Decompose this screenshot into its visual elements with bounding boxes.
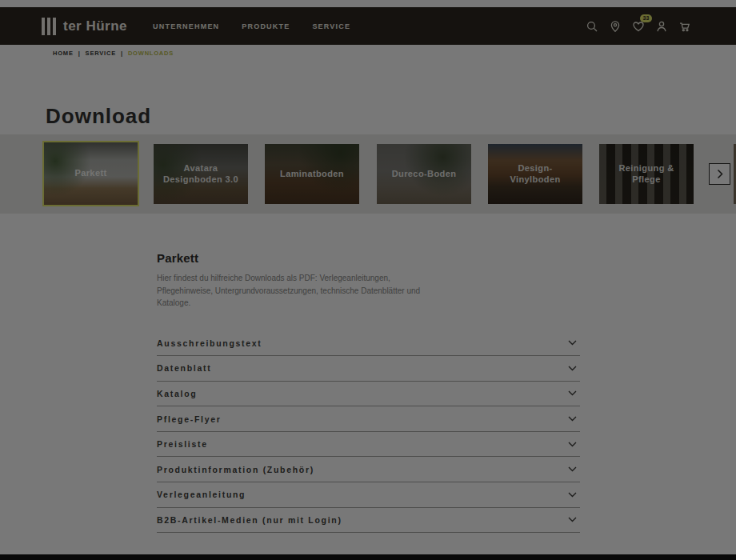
nav-item-produkte[interactable]: PRODUKTE [242,22,290,30]
accordion-item-label: Pflege-Flyer [157,414,222,424]
site-header: ter Hürne UNTERNEHMEN PRODUKTE SERVICE 3… [0,7,736,45]
accordion-item-ausschreibungstext[interactable]: Ausschreibungstext [157,331,580,357]
breadcrumb-service[interactable]: SERVICE [86,50,116,57]
accordion-item-label: Katalog [157,389,197,398]
download-content: Parkett Hier findest du hilfreiche Downl… [157,251,580,533]
breadcrumb: HOME | SERVICE | DOWNLOADS [53,50,174,57]
page-title: Download [46,104,151,129]
accordion-item-produktinformation[interactable]: Produktinformation (Zubehör) [157,457,580,482]
carousel-next-button[interactable] [709,163,730,185]
category-card-dureco-boden[interactable]: Dureco-Boden [377,144,471,204]
chevron-right-icon [717,169,723,179]
chevron-down-icon [568,366,577,371]
accordion-item-label: Ausschreibungstext [157,338,262,348]
category-card-design-vinylboden[interactable]: Design-Vinylboden [488,144,582,204]
nav-item-service[interactable]: SERVICE [312,22,350,30]
main-nav: UNTERNEHMEN PRODUKTE SERVICE [153,22,350,30]
store-locator-icon[interactable] [609,20,622,33]
card-label: Laminatboden [265,144,359,204]
logo-text: ter Hürne [63,18,127,34]
chevron-down-icon [568,390,577,396]
accordion-item-label: Datenblatt [157,363,211,373]
section-description: Hier findest du hilfreiche Downloads als… [157,272,435,310]
footer-edge [0,554,736,560]
wishlist-heart-icon[interactable]: 33 [632,20,645,33]
terhuerne-logo[interactable]: ter Hürne [42,18,127,35]
accordion-item-label: Preisliste [157,439,208,449]
wishlist-count-badge: 33 [640,14,652,22]
category-carousel: Parkett Avatara Designboden 3.0 Laminatb… [0,134,736,214]
accordion-item-preisliste[interactable]: Preisliste [157,432,580,458]
search-icon[interactable] [586,20,598,33]
breadcrumb-separator: | [121,50,123,57]
logo-bars-icon [42,18,56,35]
accordion-item-verlegeanleitung[interactable]: Verlegeanleitung [157,482,580,508]
category-card-parkett[interactable]: Parkett [42,141,139,206]
chevron-down-icon [568,442,577,447]
nav-item-unternehmen[interactable]: UNTERNEHMEN [153,22,219,30]
breadcrumb-separator: | [78,50,81,57]
accordion-item-pflege-flyer[interactable]: Pflege-Flyer [157,406,580,432]
accordion-item-b2b-artikel-medien[interactable]: B2B-Artikel-Medien (nur mit Login) [157,508,580,534]
chevron-down-icon [568,492,577,498]
cart-icon[interactable] [678,20,691,33]
account-icon[interactable] [655,20,668,33]
card-label: Reinigung & Pflege [599,144,694,204]
card-label: Dureco-Boden [377,144,471,204]
category-card-avatara-designboden[interactable]: Avatara Designboden 3.0 [154,144,248,204]
chevron-down-icon [568,517,577,522]
accordion-item-label: Verlegeanleitung [157,490,246,499]
accordion-item-datenblatt[interactable]: Datenblatt [157,356,580,382]
chevron-down-icon [568,466,577,472]
card-label: Design-Vinylboden [488,144,582,204]
accordion-item-label: Produktinformation (Zubehör) [157,465,314,474]
chevron-down-icon [568,340,577,346]
downloads-accordion: Ausschreibungstext Datenblatt Katalog Pf… [157,331,580,534]
accordion-item-katalog[interactable]: Katalog [157,382,580,407]
category-card-reinigung-pflege[interactable]: Reinigung & Pflege [599,144,694,204]
breadcrumb-downloads[interactable]: DOWNLOADS [128,50,174,57]
header-icons: 33 [586,20,691,33]
breadcrumb-home[interactable]: HOME [53,50,74,57]
accordion-item-label: B2B-Artikel-Medien (nur mit Login) [157,515,342,525]
chevron-down-icon [568,416,577,422]
category-card-laminatboden[interactable]: Laminatboden [265,144,359,204]
card-label: Parkett [44,142,138,205]
section-title: Parkett [157,251,580,265]
card-label: Avatara Designboden 3.0 [154,144,248,204]
